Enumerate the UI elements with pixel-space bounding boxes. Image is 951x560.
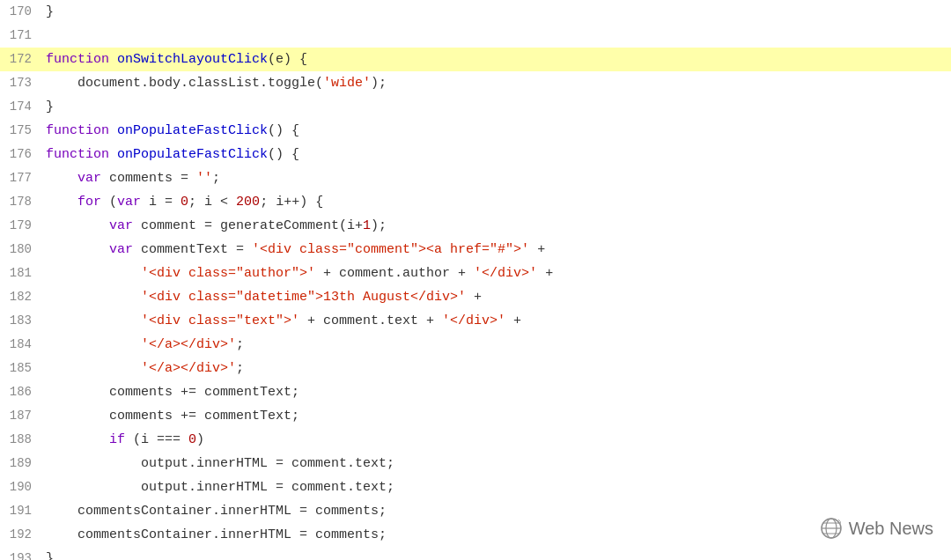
line-content: commentsContainer.innerHTML = comments; xyxy=(46,500,951,523)
line-number: 175 xyxy=(0,119,46,142)
code-line: 178 for (var i = 0; i < 200; i++) { xyxy=(0,190,951,214)
watermark-label: Web News xyxy=(849,519,933,539)
code-line: 180 var commentText = '<div class="comme… xyxy=(0,238,951,262)
code-line: 179 var comment = generateComment(i+1); xyxy=(0,214,951,238)
line-content: '</a></div>'; xyxy=(46,357,951,380)
code-line: 192 commentsContainer.innerHTML = commen… xyxy=(0,523,951,547)
line-number: 186 xyxy=(0,380,46,403)
line-number: 180 xyxy=(0,238,46,261)
code-line: 190 output.innerHTML = comment.text; xyxy=(0,475,951,499)
code-line: 181 '<div class="author">' + comment.aut… xyxy=(0,262,951,285)
code-line: 183 '<div class="text">' + comment.text … xyxy=(0,309,951,333)
code-line: 189 output.innerHTML = comment.text; xyxy=(0,452,951,475)
code-block: 170}171 172function onSwitchLayoutClick(… xyxy=(0,0,951,560)
line-content: function onPopulateFastClick() { xyxy=(46,144,951,166)
line-content: function onSwitchLayoutClick(e) { xyxy=(46,48,951,71)
line-content: for (var i = 0; i < 200; i++) { xyxy=(46,191,951,214)
line-number: 191 xyxy=(0,499,46,522)
code-line: 176function onPopulateFastClick() { xyxy=(0,143,951,166)
code-line: 172function onSwitchLayoutClick(e) { xyxy=(0,48,951,71)
line-content: if (i === 0) xyxy=(46,429,951,452)
line-content: } xyxy=(46,96,951,119)
line-number: 190 xyxy=(0,475,46,498)
code-line: 171 xyxy=(0,24,951,48)
line-content: commentsContainer.innerHTML = comments; xyxy=(46,524,951,547)
code-line: 175function onPopulateFastClick() { xyxy=(0,119,951,143)
line-content: '<div class="text">' + comment.text + '<… xyxy=(46,310,951,333)
line-number: 187 xyxy=(0,404,46,427)
line-number: 185 xyxy=(0,357,46,379)
line-number: 178 xyxy=(0,190,46,213)
line-number: 171 xyxy=(0,24,46,47)
line-content: function onPopulateFastClick() { xyxy=(46,120,951,143)
line-number: 193 xyxy=(0,547,46,560)
line-number: 183 xyxy=(0,309,46,332)
line-number: 182 xyxy=(0,285,46,308)
line-content: } xyxy=(46,548,951,560)
code-line: 188 if (i === 0) xyxy=(0,428,951,452)
line-number: 174 xyxy=(0,95,46,118)
line-number: 173 xyxy=(0,71,46,94)
code-line: 177 var comments = ''; xyxy=(0,166,951,190)
code-line: 182 '<div class="datetime">13th August</… xyxy=(0,285,951,309)
line-content: comments += commentText; xyxy=(46,405,951,428)
code-line: 187 comments += commentText; xyxy=(0,404,951,428)
line-content: output.innerHTML = comment.text; xyxy=(46,453,951,475)
line-content: comments += commentText; xyxy=(46,381,951,404)
line-content: document.body.classList.toggle('wide'); xyxy=(46,72,951,95)
line-content: var comment = generateComment(i+1); xyxy=(46,215,951,238)
code-line: 173 document.body.classList.toggle('wide… xyxy=(0,71,951,95)
line-number: 189 xyxy=(0,452,46,475)
line-number: 184 xyxy=(0,333,46,356)
code-editor: 170}171 172function onSwitchLayoutClick(… xyxy=(0,0,951,560)
code-line: 185 '</a></div>'; xyxy=(0,357,951,380)
line-content: '</a></div>'; xyxy=(46,334,951,357)
line-number: 181 xyxy=(0,262,46,284)
line-content: '<div class="author">' + comment.author … xyxy=(46,262,951,285)
watermark: Web News xyxy=(819,516,933,541)
line-number: 192 xyxy=(0,523,46,546)
line-content: var commentText = '<div class="comment">… xyxy=(46,239,951,262)
line-number: 170 xyxy=(0,0,46,23)
line-content: output.innerHTML = comment.text; xyxy=(46,476,951,499)
line-number: 179 xyxy=(0,214,46,237)
code-line: 193} xyxy=(0,547,951,560)
code-line: 184 '</a></div>'; xyxy=(0,333,951,357)
line-number: 188 xyxy=(0,428,46,451)
code-line: 170} xyxy=(0,0,951,24)
code-line: 174} xyxy=(0,95,951,119)
code-line: 186 comments += commentText; xyxy=(0,380,951,404)
line-content xyxy=(46,25,951,48)
line-number: 176 xyxy=(0,143,46,166)
line-number: 172 xyxy=(0,48,46,70)
line-content: '<div class="datetime">13th August</div>… xyxy=(46,286,951,309)
code-line: 191 commentsContainer.innerHTML = commen… xyxy=(0,499,951,523)
web-news-icon xyxy=(819,516,844,541)
line-content: } xyxy=(46,1,951,24)
line-number: 177 xyxy=(0,166,46,189)
line-content: var comments = ''; xyxy=(46,167,951,190)
